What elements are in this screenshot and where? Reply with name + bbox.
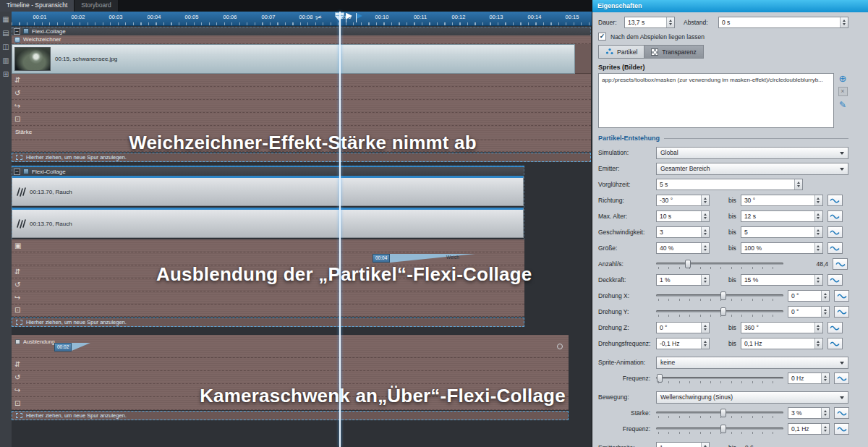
spinner-buttons-icon[interactable]	[701, 211, 709, 221]
spinner-buttons-icon[interactable]	[701, 323, 709, 333]
clip-rauch-1[interactable]: 00:13.70, Rauch	[12, 176, 524, 206]
sprites-list[interactable]: app:/presets/toolbox/masken (zur verwend…	[598, 73, 834, 128]
slider-handle[interactable]	[685, 260, 691, 268]
groesse-min-spinner[interactable]: 40 %	[656, 242, 710, 254]
split-view-icon[interactable]: ◫	[2, 43, 9, 51]
motion-path-icon[interactable]: ↪	[14, 294, 20, 302]
motion-path-icon[interactable]: ↪	[14, 103, 20, 110]
slider-handle[interactable]	[720, 425, 726, 433]
video-effect-icon[interactable]: ⊡	[14, 307, 20, 314]
spinner-buttons-icon[interactable]	[821, 408, 829, 418]
spinner-buttons-icon[interactable]	[814, 227, 822, 237]
groesse-max-spinner[interactable]: 100 %	[741, 242, 823, 254]
tab-timeline-spuransicht[interactable]: Timeline - Spuransicht	[0, 0, 75, 12]
vorgluehzeit-spinner[interactable]: 5 s	[656, 179, 803, 190]
spinner-buttons-icon[interactable]	[814, 195, 822, 205]
curve-button[interactable]	[827, 226, 843, 238]
video-effect-icon[interactable]: ⊡	[14, 400, 20, 407]
tab-storyboard[interactable]: Storyboard	[75, 0, 119, 12]
storyboard-grid-icon[interactable]: ▦	[2, 15, 9, 23]
remove-sprite-button[interactable]: ×	[838, 87, 848, 96]
spinner-buttons-icon[interactable]	[821, 373, 829, 383]
track-lane-motion[interactable]: ↪	[12, 291, 524, 305]
timeline-canvas[interactable]: − Flexi-Collage Weichzeichner 00:15, sch…	[12, 26, 592, 447]
fade-icon[interactable]: ⇵	[14, 268, 20, 276]
slider-handle[interactable]	[720, 409, 726, 417]
drehung-x-spinner[interactable]: 0 °	[788, 290, 830, 302]
curve-button[interactable]	[827, 322, 843, 333]
curve-button[interactable]	[827, 210, 843, 222]
fade-icon[interactable]: ⇵	[14, 77, 20, 84]
rotation-icon[interactable]: ↺	[14, 90, 20, 97]
anzahl-slider[interactable]	[656, 259, 783, 269]
deckkraft-min-spinner[interactable]: 1 %	[656, 274, 710, 286]
curve-button[interactable]	[834, 372, 849, 384]
track-lane-motion[interactable]: ↪	[12, 100, 591, 113]
track-lane-fade[interactable]: ⇵	[12, 358, 569, 371]
abstand-spinner[interactable]: 0 s	[718, 17, 848, 28]
spinner-buttons-icon[interactable]	[701, 227, 709, 237]
spinner-buttons-icon[interactable]	[821, 291, 829, 301]
max-alter-max-spinner[interactable]: 12 s	[741, 210, 823, 222]
drehung-y-slider[interactable]	[656, 307, 783, 317]
keyframe-dot-icon[interactable]	[557, 344, 563, 349]
collapse-icon[interactable]: −	[14, 28, 20, 35]
slider-handle[interactable]	[720, 307, 726, 316]
curve-button[interactable]	[834, 423, 849, 435]
curve-button[interactable]	[833, 258, 848, 270]
spinner-buttons-icon[interactable]	[814, 323, 822, 333]
spinner-buttons-icon[interactable]	[666, 17, 674, 27]
spinner-buttons-icon[interactable]	[701, 443, 709, 447]
curve-button[interactable]	[827, 274, 843, 286]
spinner-buttons-icon[interactable]	[814, 275, 822, 285]
track-lane-ausblendung[interactable]: Ausblendung 00:02	[12, 335, 569, 358]
video-effect-icon[interactable]: ⊡	[14, 116, 20, 123]
tab-partikel[interactable]: Partikel	[598, 45, 644, 59]
scissors-icon[interactable]: ✂	[315, 12, 323, 23]
filmstrip-icon[interactable]: ▤	[2, 29, 9, 37]
sprite-animation-dropdown[interactable]: keine	[656, 357, 848, 369]
collapse-icon[interactable]: −	[14, 169, 20, 175]
tab-transparenz[interactable]: Transparenz	[644, 45, 703, 59]
spinner-buttons-icon[interactable]	[840, 17, 848, 27]
geschwindigkeit-min-spinner[interactable]: 3	[656, 226, 710, 238]
clip-rauch-2[interactable]: 00:13.70, Rauch	[12, 208, 524, 238]
deckkraft-max-spinner[interactable]: 15 %	[741, 274, 823, 286]
clip-schwanensee[interactable]: 00:15, schwanensee.jpg	[12, 44, 575, 74]
track-lane-rotation[interactable]: ↺	[12, 371, 569, 384]
emitter-dropdown[interactable]: Gesamter Bereich	[656, 163, 848, 175]
playhead-line[interactable]	[339, 12, 341, 447]
marker-flag-white-icon[interactable]	[346, 13, 346, 22]
marker-flag-blue-icon[interactable]	[356, 13, 357, 22]
drehung-y-spinner[interactable]: 0 °	[788, 306, 830, 318]
drop-new-track-hint[interactable]: Hierher ziehen, um neue Spur anzulegen.	[12, 318, 524, 327]
rotation-icon[interactable]: ↺	[14, 374, 20, 381]
drehung-x-slider[interactable]	[656, 291, 783, 301]
spinner-buttons-icon[interactable]	[794, 179, 802, 190]
spinner-buttons-icon[interactable]	[821, 307, 829, 317]
curve-button[interactable]	[827, 242, 843, 254]
spinner-buttons-icon[interactable]	[814, 243, 822, 253]
geschwindigkeit-max-spinner[interactable]: 5	[741, 226, 823, 238]
motion-path-icon[interactable]: ↪	[14, 387, 20, 394]
curve-button[interactable]	[834, 290, 849, 302]
track-lane-rotation[interactable]: ↺	[12, 87, 591, 100]
flexi-collage-header[interactable]: − Flexi-Collage	[12, 166, 524, 176]
keep-after-play-checkbox[interactable]: ✓	[598, 33, 606, 41]
spinner-buttons-icon[interactable]	[814, 339, 822, 349]
fade-keyframe-clip[interactable]: 00:04 Weich	[373, 254, 475, 263]
slider-handle[interactable]	[657, 374, 663, 383]
spinner-buttons-icon[interactable]	[701, 243, 709, 253]
add-sprite-button[interactable]: ⊕	[838, 73, 848, 84]
curve-button[interactable]	[834, 306, 849, 318]
flexi-collage-header[interactable]: − Flexi-Collage	[12, 27, 591, 35]
drop-new-track-hint[interactable]: Hierher ziehen, um neue Spur anzulegen.	[12, 411, 569, 420]
track-lane-video[interactable]: ⊡	[12, 113, 591, 126]
bewegung-dropdown[interactable]: Wellenschwingung (Sinus)	[656, 391, 848, 404]
bewegung-frequenz-slider[interactable]	[656, 424, 783, 434]
track-lane-fade[interactable]: ⇵	[12, 74, 591, 87]
sprite-frequenz-spinner[interactable]: 0 Hz	[788, 372, 830, 384]
drehungsfrequenz-max-spinner[interactable]: 0,1 Hz	[741, 338, 823, 349]
fade-icon[interactable]: ⇵	[14, 361, 20, 368]
bewegung-staerke-spinner[interactable]: 3 %	[788, 407, 830, 419]
